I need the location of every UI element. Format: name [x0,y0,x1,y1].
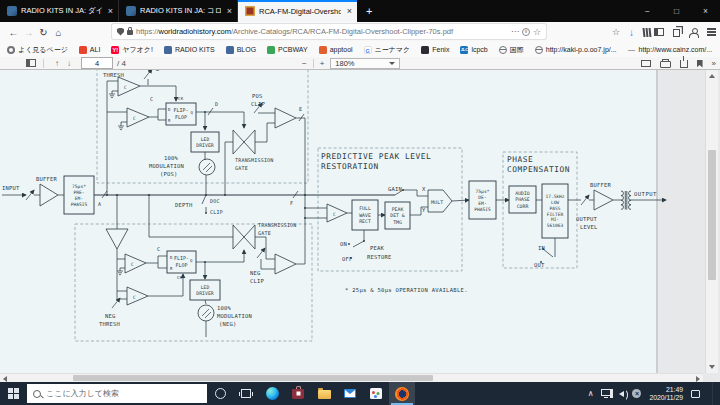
bookmark-favicon-jlc: JLC [460,46,468,54]
horizontal-scroll-thumb[interactable] [73,375,433,381]
tab-pdf-active[interactable]: RCA-FM-Digital-Overshoot-Clipper-70s.pdf… [238,0,357,22]
bookmark-item[interactable]: ALI [79,46,101,54]
minimize-button[interactable]: − [633,0,662,22]
action-center-icon[interactable] [691,390,700,398]
bookmark-item[interactable]: Y!ヤフオク! [111,45,153,55]
account-icon[interactable] [689,28,698,37]
screen: RADIO KITS IN JA: ダイレクトコン × RADIO KITS I… [0,0,720,405]
diagram-junction-dot [304,217,306,219]
pdf-presentation-mode-icon[interactable] [641,60,651,67]
bookmarks-bar: » よく見るページALIY!ヤフオク!RADIO KITSBLOGPCBWAYa… [0,42,720,57]
scroll-up-icon[interactable] [709,74,715,78]
tab-radio-kits-2[interactable]: RADIO KITS IN JA: コロナ長野 × [119,0,238,22]
pdf-sidebar-toggle-icon[interactable] [26,59,36,67]
bookmark-item[interactable]: RADIO KITS [164,46,215,54]
taskbar-clock[interactable]: 21:49 2020/11/29 [649,386,683,402]
bookmark-item[interactable]: —http://www.cainz.com/... [628,46,713,54]
menu-icon[interactable] [707,28,716,29]
pdf-page-input[interactable] [81,57,113,69]
home-button[interactable]: ⌂ [51,27,66,38]
taskbar-search-box[interactable]: ここに入力して検索 [27,384,207,403]
sidebar-icon[interactable] [654,28,664,36]
start-button[interactable] [0,382,27,405]
pdf-page-up-icon[interactable]: ↑ [55,59,59,68]
pdf-tools-chevron[interactable]: » [712,59,716,68]
bookmark-item[interactable]: http://kaki-p.o.oo7.jp/... [535,46,617,54]
tab-favicon [7,6,17,16]
bookmark-item[interactable]: 国際 [499,45,524,55]
pdf-toolbar: ↑ ↓ / 4 − + 180% » [0,57,720,70]
firefox-button[interactable] [389,382,415,405]
cortana-button[interactable] [207,382,233,405]
url-bar[interactable]: https://worldradiohistory.com/Archive-Ca… [112,24,546,39]
tracking-protection-shield-icon[interactable] [117,28,124,36]
library-icon[interactable] [643,28,646,37]
bookmarks-star-icon[interactable]: ☆ [612,27,620,37]
pdf-page-down-icon[interactable]: ↓ [67,59,71,68]
diagram-block-label: PRE- [73,190,84,195]
speaker-icon[interactable] [619,391,624,397]
diagram-label: MULT [431,200,443,205]
close-button[interactable]: × [691,0,720,22]
diagram-junction-dot [116,194,118,196]
vertical-scrollbar[interactable] [705,70,718,373]
file-explorer-button[interactable] [311,382,337,405]
pdf-bookmark-icon[interactable] [697,60,703,68]
pdf-zoom-select[interactable]: 180% [330,58,400,69]
diagram-block-label: DET & [390,213,405,218]
diagram-block-label: FLIP- [174,255,189,261]
new-tab-button[interactable]: + [357,0,381,22]
diagram-label: GAIN [388,186,402,192]
diagram-label: IN [538,245,545,251]
pdf-zoom-out-icon[interactable]: − [302,59,307,68]
vertical-scroll-thumb[interactable] [708,150,716,280]
tab-close-icon[interactable]: × [106,6,115,16]
hidden-icons-chevron[interactable]: ∧ [588,389,594,398]
pdf-download-icon[interactable] [680,60,688,68]
diagram-label: OFF [342,256,353,262]
lock-icon[interactable] [127,30,133,35]
maximize-button[interactable]: □ [662,0,691,22]
diagram-label: PREDICTIVE PEAK LEVEL [321,152,431,161]
bookmark-item[interactable]: apptool [319,46,353,54]
bookmark-item[interactable]: JLClcpcb [460,46,487,54]
photos-app-button[interactable] [363,382,389,405]
bookmark-favicon-google: G [364,46,372,54]
tab-close-icon[interactable]: × [345,6,354,16]
forward-button[interactable]: → [21,27,36,38]
scroll-down-icon[interactable] [709,365,715,369]
bookmark-label: RADIO KITS [175,46,215,53]
diagram-label: OUTPUT [576,216,598,222]
diagram-block-label: LOW [551,200,559,205]
store-button[interactable] [285,382,311,405]
diagram-block-label: FLIP- [173,107,188,113]
tray-app-icon[interactable]: × [632,389,641,398]
pocket-icon[interactable]: ∨ [522,28,530,36]
pages-icon[interactable] [673,29,680,37]
task-view-button[interactable] [233,382,259,405]
diagram-block-label: DE- [478,195,486,200]
bookmark-item[interactable]: Fenix [421,46,449,54]
diagram-label: BUFFER [590,182,612,188]
horizontal-scrollbar[interactable] [0,373,703,382]
show-desktop-button[interactable] [712,382,717,405]
bookmark-item[interactable]: Gニーナマク [364,45,411,55]
store-icon [292,389,304,399]
edge-button[interactable] [259,382,285,405]
back-button[interactable]: ← [6,27,21,38]
bookmark-item[interactable]: BLOG [226,46,256,54]
diagram-label: (NEG) [219,321,237,327]
mail-button[interactable] [337,382,363,405]
tab-radio-kits-1[interactable]: RADIO KITS IN JA: ダイレクトコン × [0,0,119,22]
downloads-icon[interactable]: ↓ [629,27,634,38]
reload-button[interactable]: ↻ [36,27,51,38]
pdf-zoom-in-icon[interactable]: + [320,59,325,68]
clock-date: 2020/11/29 [649,394,683,402]
bookmark-favicon-blue [226,46,234,54]
page-actions-icon[interactable]: ⋯ [511,27,519,36]
bookmark-item[interactable]: PCBWAY [267,46,308,54]
bookmark-item[interactable]: よく見るページ [7,45,68,55]
bookmark-star-icon[interactable]: ☆ [533,27,541,37]
tab-close-icon[interactable]: × [225,6,234,16]
pdf-print-icon[interactable] [660,61,671,68]
